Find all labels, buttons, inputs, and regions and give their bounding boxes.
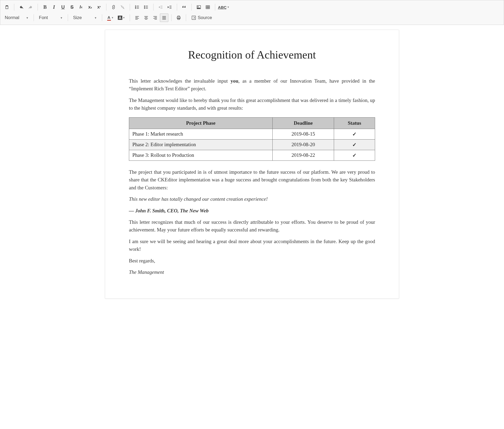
indent-icon[interactable] <box>165 3 174 11</box>
phase-cell: Phase 2: Editor implementation <box>129 139 273 150</box>
deadline-cell: 2019-08-20 <box>272 139 334 150</box>
underline-button[interactable]: U <box>59 3 67 11</box>
separator <box>68 14 68 21</box>
size-value: Size <box>73 15 82 20</box>
table-header: Status <box>334 117 375 129</box>
svg-text:3: 3 <box>135 7 136 9</box>
separator <box>191 4 192 11</box>
chevron-down-icon: ▼ <box>56 16 63 19</box>
separator <box>34 14 34 21</box>
size-dropdown[interactable]: Size▼ <box>71 14 99 22</box>
blockquote-icon[interactable] <box>180 3 188 11</box>
editor-canvas: Recognition of Achievement This letter a… <box>0 25 504 315</box>
svg-point-4 <box>144 7 145 8</box>
svg-point-3 <box>144 6 145 6</box>
bullet-list-icon[interactable] <box>142 3 150 11</box>
image-icon[interactable] <box>195 3 203 11</box>
page-title: Recognition of Achievement <box>129 48 375 61</box>
separator <box>130 14 130 21</box>
separator <box>106 4 106 11</box>
toolbar-row-2: Normal▼ Font▼ Size▼ A▼ A▼ Source <box>2 12 502 23</box>
align-center-icon[interactable] <box>142 14 150 22</box>
table-row: Phase 2: Editor implementation 2019-08-2… <box>129 139 375 150</box>
paragraph-5: I am sure we will be seeing and hearing … <box>129 238 375 253</box>
phase-cell: Phase 3: Rollout to Production <box>129 150 273 160</box>
font-value: Font <box>39 15 48 20</box>
toolbar-row-1: B I U S Ix x₂ x² 123 ABÇ▼ <box>2 2 502 12</box>
separator <box>171 14 172 21</box>
print-icon[interactable] <box>174 14 183 22</box>
align-left-icon[interactable] <box>133 14 141 22</box>
separator <box>215 4 215 11</box>
spellcheck-icon[interactable]: ABÇ▼ <box>218 3 229 11</box>
undo-icon[interactable] <box>17 3 26 11</box>
separator <box>177 4 177 11</box>
remove-format-button[interactable]: Ix <box>77 3 85 11</box>
paragraph-2: The Management would like to hereby than… <box>129 96 375 112</box>
phase-cell: Phase 1: Market research <box>129 129 273 139</box>
project-table: Project Phase Deadline Status Phase 1: M… <box>129 117 375 161</box>
table-header: Project Phase <box>129 117 273 129</box>
source-button[interactable]: Source <box>189 14 214 22</box>
separator <box>38 4 38 11</box>
strikethrough-button[interactable]: S <box>68 3 76 11</box>
background-color-button[interactable]: A▼ <box>116 14 127 22</box>
separator <box>102 14 102 21</box>
redo-icon[interactable] <box>26 3 35 11</box>
paragraph-4: This letter recognizes that much of our … <box>129 218 375 234</box>
numbered-list-icon[interactable]: 123 <box>133 3 141 11</box>
deadline-cell: 2019-08-15 <box>272 129 334 139</box>
svg-rect-8 <box>206 6 210 9</box>
unlink-icon[interactable] <box>118 3 127 11</box>
align-right-icon[interactable] <box>151 14 159 22</box>
separator <box>14 4 14 11</box>
text-color-button[interactable]: A▼ <box>105 14 116 22</box>
link-icon[interactable] <box>109 3 118 11</box>
subscript-button[interactable]: x₂ <box>86 3 94 11</box>
table-icon[interactable] <box>204 3 212 11</box>
separator <box>130 4 130 11</box>
superscript-button[interactable]: x² <box>95 3 103 11</box>
status-cell: ✓ <box>334 139 375 150</box>
quote-text: This new editor has totally changed our … <box>129 195 375 203</box>
table-row: Phase 3: Rollout to Production 2019-08-2… <box>129 150 375 160</box>
quote-attribution: — John F. Smith, CEO, The New Web <box>129 207 375 215</box>
editor-toolbar: B I U S Ix x₂ x² 123 ABÇ▼ Normal▼ Font▼ … <box>0 0 504 25</box>
paragraph-format-dropdown[interactable]: Normal▼ <box>2 14 31 22</box>
source-label: Source <box>198 15 212 20</box>
intro-paragraph: This letter acknowledges the invaluable … <box>129 77 375 93</box>
chevron-down-icon: ▼ <box>91 16 97 19</box>
paragraph-3: The project that you participated in is … <box>129 168 375 191</box>
bold-button[interactable]: B <box>41 3 49 11</box>
svg-point-5 <box>144 8 145 9</box>
font-dropdown[interactable]: Font▼ <box>37 14 65 22</box>
svg-rect-9 <box>192 16 196 20</box>
chevron-down-icon: ▼ <box>22 16 29 19</box>
table-header: Deadline <box>272 117 334 129</box>
paragraph-format-value: Normal <box>5 15 19 20</box>
separator <box>153 4 154 11</box>
status-cell: ✓ <box>334 129 375 139</box>
separator <box>186 14 186 21</box>
deadline-cell: 2019-08-22 <box>272 150 334 160</box>
status-cell: ✓ <box>334 150 375 160</box>
table-header-row: Project Phase Deadline Status <box>129 117 375 129</box>
signoff: Best regards, <box>129 257 375 265</box>
paste-icon[interactable] <box>3 3 11 11</box>
table-row: Phase 1: Market research 2019-08-15 ✓ <box>129 129 375 139</box>
italic-button[interactable]: I <box>50 3 58 11</box>
signoff-name: The Management <box>129 268 375 276</box>
align-justify-icon[interactable] <box>160 14 168 22</box>
svg-point-7 <box>198 6 199 7</box>
outdent-icon[interactable] <box>156 3 165 11</box>
document-page[interactable]: Recognition of Achievement This letter a… <box>105 30 399 299</box>
